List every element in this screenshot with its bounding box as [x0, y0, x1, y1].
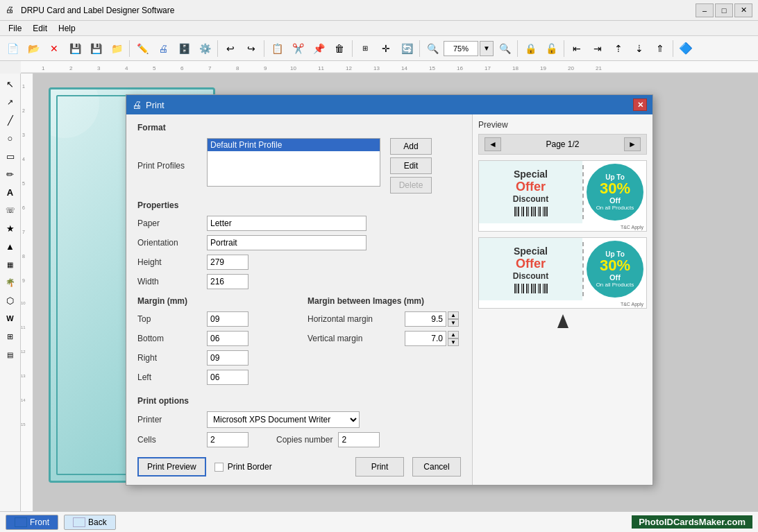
bottom-label: Bottom [137, 334, 207, 343]
tb-print[interactable]: 🖨 [153, 39, 173, 58]
canvas-area: 1 2 3 4 5 6 7 8 9 10 11 12 13 14 15 [21, 74, 758, 511]
edit-profile-button[interactable]: Edit [390, 157, 432, 174]
paper-input[interactable] [207, 216, 367, 231]
tb-open[interactable]: 📂 [24, 39, 43, 58]
menu-edit[interactable]: Edit [27, 22, 53, 35]
tb-drpu[interactable]: 🔷 [676, 39, 696, 58]
tb-copy[interactable]: 📋 [267, 39, 287, 58]
tool-rect[interactable]: ▭ [3, 148, 18, 164]
print-border-checkbox[interactable] [214, 463, 224, 472]
prev-page-button[interactable]: ◄ [485, 137, 501, 151]
vert-spin-up[interactable]: ▲ [448, 331, 459, 338]
profiles-listbox[interactable]: Default Print Profile [207, 138, 380, 187]
tb-folder[interactable]: 📁 [107, 39, 126, 58]
tool-hex[interactable]: ⬡ [3, 293, 18, 308]
preview-nav: ◄ Page 1/2 ► [478, 134, 647, 155]
tb-paste[interactable]: 📌 [309, 39, 328, 58]
bar [544, 284, 546, 293]
special-text-1: Special [514, 169, 548, 180]
tb-grid[interactable]: ⊞ [355, 39, 375, 58]
horiz-spin-up[interactable]: ▲ [448, 311, 459, 319]
maximize-button[interactable]: □ [715, 3, 733, 17]
vert-margin-input[interactable] [405, 331, 446, 346]
tb-zoomout[interactable]: 🔍 [495, 39, 514, 58]
tool-line[interactable]: ╱ [3, 112, 18, 128]
margin-between-col: Margin between Images (mm) Horizontal ma… [308, 296, 461, 389]
bottom-input[interactable] [207, 331, 249, 346]
copies-input[interactable] [338, 432, 380, 447]
back-tab[interactable]: Back [64, 515, 116, 530]
bar [541, 207, 542, 216]
delete-profile-button[interactable]: Delete [390, 177, 432, 194]
tool-text[interactable]: A [3, 185, 18, 200]
tb-align1[interactable]: ⇤ [567, 39, 587, 58]
bar [525, 284, 525, 293]
orientation-input[interactable] [207, 235, 367, 250]
bar [544, 207, 546, 216]
width-input[interactable] [207, 274, 249, 289]
bar [521, 284, 522, 293]
tb-settings[interactable]: ⚙️ [195, 39, 214, 58]
tb-align3[interactable]: ⇡ [609, 39, 628, 58]
horiz-spin-down[interactable]: ▼ [448, 319, 459, 327]
printer-select[interactable]: Microsoft XPS Document Writer [207, 411, 360, 428]
tb-zoomin[interactable]: 🔍 [423, 39, 442, 58]
tool-w[interactable]: W [3, 311, 18, 326]
tb-lock1[interactable]: 🔒 [521, 39, 540, 58]
bar [520, 207, 521, 216]
next-page-button[interactable]: ► [624, 137, 641, 151]
front-tab[interactable]: Front [6, 515, 58, 530]
right-input[interactable] [207, 350, 249, 366]
menu-help[interactable]: Help [53, 22, 81, 35]
tool-tree[interactable]: 🌴 [3, 275, 18, 290]
print-preview-button[interactable]: Print Preview [137, 457, 206, 477]
left-input[interactable] [207, 370, 249, 385]
tb-align2[interactable]: ⇥ [588, 39, 607, 58]
tool-phone[interactable]: ☏ [3, 203, 18, 218]
tb-db[interactable]: 🗄️ [174, 39, 194, 58]
height-input[interactable] [207, 255, 249, 270]
tb-lock2[interactable]: 🔓 [541, 39, 561, 58]
tool-grid[interactable]: ⊞ [3, 329, 18, 344]
close-button[interactable]: ✕ [734, 3, 752, 17]
tb-save[interactable]: 💾 [65, 39, 85, 58]
title-bar: 🖨 DRPU Card and Label Designer Software … [0, 0, 758, 21]
modal-layout: Format Print Profiles Default Print Prof… [126, 114, 652, 485]
bar [546, 207, 548, 216]
top-input[interactable] [207, 311, 249, 327]
tool-pen[interactable]: ✏ [3, 166, 18, 182]
vert-spin-down[interactable]: ▼ [448, 338, 459, 346]
barcode-2 [514, 284, 548, 293]
zoom-input[interactable]: 75% [444, 41, 478, 56]
tool-barcode[interactable]: ▦ [3, 257, 18, 272]
tb-cut[interactable]: ✂️ [288, 39, 308, 58]
tool-select[interactable]: ↖ [3, 76, 18, 92]
zoom-down[interactable]: ▼ [480, 41, 494, 56]
ruler-horizontal: // inline ruler ticks via JS after rende… [21, 61, 758, 74]
tb-move[interactable]: ✛ [376, 39, 396, 58]
tb-undo[interactable]: ↩ [221, 39, 240, 58]
tb-rotate[interactable]: 🔄 [397, 39, 416, 58]
profile-item-default[interactable]: Default Print Profile [208, 139, 380, 151]
tb-align5[interactable]: ⇑ [650, 39, 670, 58]
cancel-button[interactable]: Cancel [412, 457, 461, 477]
tb-save2[interactable]: 💾 [86, 39, 106, 58]
tb-delete[interactable]: 🗑 [330, 39, 349, 58]
minimize-button[interactable]: – [696, 3, 714, 17]
print-button[interactable]: Print [355, 457, 404, 477]
tool-star[interactable]: ★ [3, 221, 18, 236]
cells-input[interactable] [207, 432, 249, 447]
modal-close-button[interactable]: ✕ [633, 98, 647, 111]
tool-arrow[interactable]: ↗ [3, 94, 18, 110]
tool-pattern[interactable]: ▤ [3, 347, 18, 362]
tb-align4[interactable]: ⇣ [630, 39, 649, 58]
tool-triangle[interactable]: ▲ [3, 239, 18, 254]
horiz-margin-input[interactable] [405, 311, 446, 327]
tb-close[interactable]: ✕ [44, 39, 64, 58]
menu-file[interactable]: File [3, 22, 27, 35]
tb-new[interactable]: 📄 [3, 39, 22, 58]
add-profile-button[interactable]: Add [390, 138, 432, 155]
tb-redo[interactable]: ↪ [242, 39, 261, 58]
tool-ellipse[interactable]: ○ [3, 130, 18, 146]
tb-edit[interactable]: ✏️ [133, 39, 152, 58]
